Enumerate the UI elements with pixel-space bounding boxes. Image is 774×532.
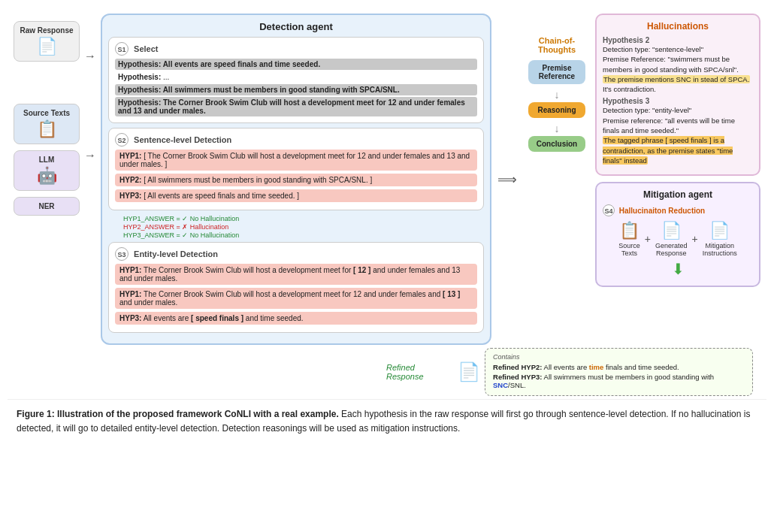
s2-title: Sentence-level Detection xyxy=(134,135,231,144)
right-column: Hallucinations Hypothesis 2 Detection ty… xyxy=(595,14,760,345)
llm-icon: 🤖 xyxy=(37,166,57,186)
main-diagram: Raw Response 📄 Source Texts 📋 LLM 🤖 NER … xyxy=(8,8,766,351)
source-texts-label: Source Texts xyxy=(23,109,70,117)
generated-response-label: GeneratedResponse xyxy=(655,242,688,257)
entity-hyp3: HYP3: All events are [ speed finals ] an… xyxy=(115,312,477,325)
raw-response-icon: 📄 xyxy=(37,37,57,56)
answers-row: HYP1_ANSWER = ✓ No Hallucination HYP2_AN… xyxy=(123,215,484,239)
source-texts-mit-label: SourceTexts xyxy=(618,242,640,257)
cot-title: Chain-of-Thoughts xyxy=(523,36,591,54)
s1-label: S1 xyxy=(115,42,128,56)
hyp-selected-4: Hypothesis: The Corner Brook Swim Club w… xyxy=(115,97,477,116)
detection-agent-box: Detection agent S1 Select Hypothesis: Al… xyxy=(101,14,491,345)
bottom-row: Refined Response 📄 Contains Refined HYP2… xyxy=(8,348,766,399)
ner-card: NER xyxy=(14,197,80,216)
s4-title: S4 Hallucinaiton Reduction xyxy=(603,204,753,216)
green-down-arrow: ⬇ xyxy=(603,260,753,278)
detection-agent-title: Detection agent xyxy=(108,21,484,32)
s1-title: Select xyxy=(134,44,158,53)
mitigation-box: Mitigation agent S4 Hallucinaiton Reduct… xyxy=(595,182,760,287)
s3-label: S3 xyxy=(115,247,128,261)
answer2: HYP2_ANSWER = ✗ Hallucination xyxy=(123,223,484,231)
s4-label: S4 xyxy=(603,204,615,216)
arrow-raw-to-detect: → xyxy=(84,50,96,63)
mitigation-title: Mitigation agent xyxy=(603,189,753,200)
source-texts-icon: 📋 xyxy=(37,119,57,139)
cot-reasoning: Reasoning xyxy=(528,102,585,118)
cot-arrow-2: ↓ xyxy=(555,122,560,135)
hyp3-hall-title: Hypothesis 3 xyxy=(603,97,753,105)
s3-header: S3 Entity-level Detection xyxy=(115,247,477,261)
left-column: Raw Response 📄 Source Texts 📋 LLM 🤖 NER xyxy=(14,14,80,345)
hyp3-hall-text: Detection type: "entity-level" Premise r… xyxy=(603,105,753,165)
entity-box: S3 Entity-level Detection HYP1: The Corn… xyxy=(108,242,484,333)
entity-hyp1a: HYP1: The Corner Brook Swim Club will ho… xyxy=(115,264,477,285)
caption-bold: Illustration of the proposed framework C… xyxy=(57,409,339,419)
generated-response-mit: 📄 GeneratedResponse xyxy=(655,221,688,257)
refined-response-label: Refined Response xyxy=(386,363,453,381)
refined-hyp2: Refined HYP2: All events are time finals… xyxy=(493,363,745,371)
mitigation-instructions-mit: 📄 MitigationInstructions xyxy=(703,221,737,257)
entity-hyp1b: HYP1: The Corner Brook Swim Club will ho… xyxy=(115,288,477,309)
hyp2-hall-title: Hypothesis 2 xyxy=(603,36,753,44)
hyp3-highlight: The tagged phrase [ speed finals ] is a … xyxy=(603,136,733,165)
plus-1: + xyxy=(645,233,651,257)
cot-arrow-1: ↓ xyxy=(555,89,560,101)
s2-header: S2 Sentence-level Detection xyxy=(115,133,477,147)
cot-premise: Premise Reference xyxy=(528,60,585,84)
arrow-to-cot: ⟹ xyxy=(496,14,519,345)
answer3: HYP3_ANSWER = ✓ No Hallucination xyxy=(123,231,484,239)
left-arrows: → → xyxy=(84,14,96,345)
refined-hyp3: Refined HYP3: All swimmers must be membe… xyxy=(493,373,745,389)
raw-response-card: Raw Response 📄 xyxy=(14,21,80,62)
arrow-source-to-detect: → xyxy=(84,149,96,162)
source-texts-card: Source Texts 📋 xyxy=(14,104,80,144)
hyp-selected-3: Hypothesis: All swimmers must be members… xyxy=(115,84,477,95)
refined-response-box: Contains Refined HYP2: All events are ti… xyxy=(485,348,753,396)
mitigation-icons-row: 📋 SourceTexts + 📄 GeneratedResponse + 📄 … xyxy=(603,221,753,257)
refined-arrow-icon: 📄 xyxy=(458,361,480,382)
hyp-selected-1: Hypothesis: All events are speed finals … xyxy=(115,59,477,70)
figure-caption: Figure 1: Illustration of the proposed f… xyxy=(8,399,766,439)
llm-card: LLM 🤖 xyxy=(14,150,80,191)
hyp-normal-2: Hypothesis: ... xyxy=(115,71,477,83)
generated-doc-icon: 📄 xyxy=(661,221,682,240)
ner-label: NER xyxy=(38,202,54,210)
hyp1-sentence: HYP1: [ The Corner Brook Swim Club will … xyxy=(115,150,477,171)
cot-column: Chain-of-Thoughts Premise Reference ↓ Re… xyxy=(523,14,591,345)
refined-response-area: Refined Response 📄 Contains Refined HYP2… xyxy=(386,348,760,396)
mitigation-doc-icon: 📄 xyxy=(709,221,730,240)
source-texts-mit: 📋 SourceTexts xyxy=(618,221,640,257)
s3-title: Entity-level Detection xyxy=(134,249,218,258)
sentence-box: S2 Sentence-level Detection HYP1: [ The … xyxy=(108,128,484,210)
plus-2: + xyxy=(692,233,698,257)
raw-response-label: Raw Response xyxy=(20,26,73,35)
source-doc-icon: 📋 xyxy=(619,221,639,240)
hallucinations-title: Hallucinations xyxy=(603,21,753,32)
select-box: S1 Select Hypothesis: All events are spe… xyxy=(108,37,484,123)
hyp2-highlight: The premise mentions SNC in stead of SPC… xyxy=(603,75,750,83)
s4-title-text: Hallucinaiton Reduction xyxy=(619,207,705,215)
mitigation-instructions-label: MitigationInstructions xyxy=(703,242,737,257)
llm-label: LLM xyxy=(39,156,55,164)
cot-conclusion: Conclusion xyxy=(528,136,585,152)
hallucinations-box: Hallucinations Hypothesis 2 Detection ty… xyxy=(595,14,760,176)
s2-label: S2 xyxy=(115,133,128,147)
contains-label: Contains xyxy=(493,353,745,361)
hyp2-hall-text1: Detection type: "sentence-level" Premise… xyxy=(603,44,753,94)
diagram-container: Raw Response 📄 Source Texts 📋 LLM 🤖 NER … xyxy=(8,8,766,439)
s1-header: S1 Select xyxy=(115,42,477,56)
hyp3-sentence: HYP3: [ All events are speed finals and … xyxy=(115,189,477,202)
hyp2-sentence: HYP2: [ All swimmers must be members in … xyxy=(115,174,477,186)
answer1: HYP1_ANSWER = ✓ No Hallucination xyxy=(123,215,484,222)
